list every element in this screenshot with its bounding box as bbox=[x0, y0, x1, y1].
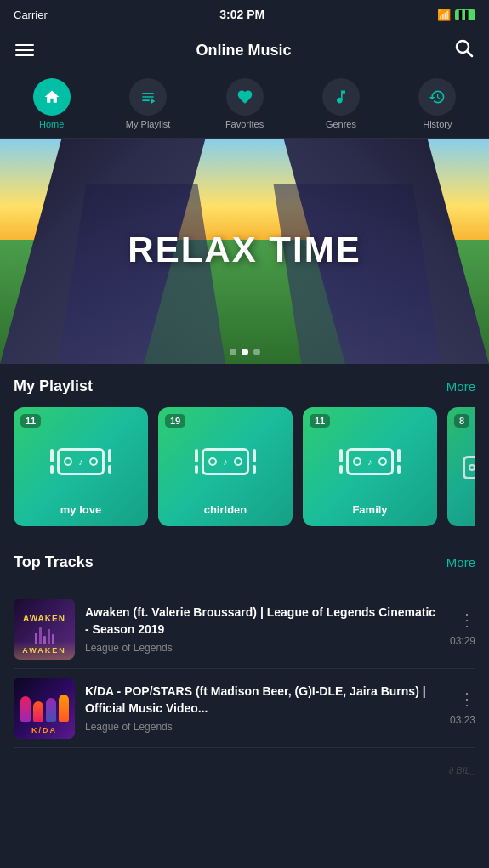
wifi-icon: 📶 bbox=[437, 9, 451, 21]
playlist-card-badge-1: 11 bbox=[20, 414, 41, 428]
tab-genres-label: Genres bbox=[326, 119, 356, 129]
hero-dots bbox=[230, 349, 260, 355]
hero-title: RELAX TIME bbox=[128, 229, 361, 269]
menu-line-2 bbox=[15, 49, 34, 51]
home-icon bbox=[33, 78, 71, 116]
track-title-kda: K/DA - POP/STARS (ft Madison Beer, (G)I-… bbox=[85, 684, 440, 717]
menu-button[interactable] bbox=[15, 44, 34, 56]
playlist-card-my-love[interactable]: 11 ♪ m bbox=[14, 407, 148, 526]
status-bar: Carrier 3:02 PM 📶 ▌▌ bbox=[0, 0, 489, 29]
tab-genres[interactable]: Genres bbox=[293, 71, 389, 138]
playlist-card-name-3: Family bbox=[352, 503, 387, 516]
tab-favorites-label: Favorites bbox=[225, 119, 264, 129]
track-info-awaken: Awaken (ft. Valerie Broussard) | League … bbox=[85, 604, 440, 653]
track-thumb-awaken: AWAKEN bbox=[14, 599, 75, 660]
track-artist-awaken: League of Legends bbox=[85, 642, 440, 654]
playlist-section-title: My Playlist bbox=[14, 377, 93, 395]
track-title-awaken: Awaken (ft. Valerie Broussard) | League … bbox=[85, 604, 440, 638]
carrier-label: Carrier bbox=[14, 9, 48, 21]
playlist-scroll: 11 ♪ m bbox=[14, 407, 475, 533]
logo-text: ∂ BIL_ bbox=[449, 765, 475, 775]
top-tracks-section: Top Tracks More bbox=[0, 540, 489, 590]
tab-history[interactable]: History bbox=[389, 71, 486, 138]
tab-home[interactable]: Home bbox=[3, 71, 100, 138]
menu-line-3 bbox=[15, 54, 34, 56]
playlist-section-header: My Playlist More bbox=[14, 377, 475, 395]
time-label: 3:02 PM bbox=[219, 8, 264, 21]
playlist-card-family[interactable]: 11 ♪ F bbox=[303, 407, 437, 526]
app-title: Online Music bbox=[196, 42, 291, 60]
playlist-card-name-2: chirlden bbox=[204, 503, 247, 516]
tab-playlist[interactable]: My Playlist bbox=[100, 71, 196, 138]
track-right-awaken: ⋮ 03:29 bbox=[450, 611, 475, 647]
tab-favorites[interactable]: Favorites bbox=[196, 71, 293, 138]
top-tracks-title: Top Tracks bbox=[14, 553, 94, 571]
track-item-kda[interactable]: K/DA K/DA - POP/STARS (ft Madison Beer, … bbox=[14, 669, 475, 748]
playlist-icon bbox=[129, 78, 167, 116]
playlist-more-button[interactable]: More bbox=[446, 379, 475, 394]
app-header: Online Music bbox=[0, 29, 489, 71]
history-icon bbox=[418, 78, 456, 116]
track-list: AWAKEN Awaken (ft. Valerie Broussard) | … bbox=[0, 590, 489, 758]
tab-playlist-label: My Playlist bbox=[126, 119, 171, 129]
track-right-kda: ⋮ 03:23 bbox=[450, 690, 475, 726]
hero-dot-2[interactable] bbox=[242, 349, 248, 355]
search-button[interactable] bbox=[453, 37, 474, 63]
playlist-card-badge-2: 19 bbox=[165, 414, 185, 428]
favorites-icon bbox=[226, 78, 264, 116]
tab-history-label: History bbox=[423, 119, 452, 129]
svg-line-1 bbox=[468, 52, 473, 57]
tab-home-label: Home bbox=[39, 119, 64, 129]
hero-dot-1 bbox=[230, 349, 236, 355]
track-artist-kda: League of Legends bbox=[85, 721, 440, 733]
track-info-kda: K/DA - POP/STARS (ft Madison Beer, (G)I-… bbox=[85, 684, 440, 732]
track-more-kda[interactable]: ⋮ bbox=[458, 690, 475, 707]
top-tracks-more-button[interactable]: More bbox=[446, 555, 475, 570]
hero-dot-3 bbox=[253, 349, 260, 355]
battery-icon: ▌▌ bbox=[455, 9, 475, 20]
playlist-card-badge-3: 11 bbox=[310, 414, 330, 428]
top-tracks-section-header: Top Tracks More bbox=[14, 553, 475, 571]
playlist-card-extra[interactable]: 8 ♪ bbox=[447, 407, 475, 526]
app-logo: ∂ BIL_ bbox=[0, 758, 489, 789]
track-item-awaken[interactable]: AWAKEN Awaken (ft. Valerie Broussard) | … bbox=[14, 590, 475, 669]
playlist-card-chirlden[interactable]: 19 ♪ c bbox=[158, 407, 293, 526]
genres-icon bbox=[322, 78, 360, 116]
playlist-card-badge-4: 8 bbox=[454, 414, 469, 428]
track-more-awaken[interactable]: ⋮ bbox=[458, 611, 475, 628]
nav-tabs: Home My Playlist Favorites Genres Histor… bbox=[0, 71, 489, 139]
playlist-card-name-1: my love bbox=[60, 503, 101, 516]
track-duration-kda: 03:23 bbox=[450, 714, 475, 726]
hero-banner: RELAX TIME bbox=[0, 139, 489, 364]
menu-line-1 bbox=[15, 44, 34, 46]
status-icons: 📶 ▌▌ bbox=[437, 9, 475, 21]
svg-marker-2 bbox=[151, 99, 155, 105]
playlist-section: My Playlist More 11 ♪ bbox=[0, 364, 489, 540]
track-thumb-kda: K/DA bbox=[14, 678, 75, 739]
track-duration-awaken: 03:29 bbox=[450, 635, 475, 647]
